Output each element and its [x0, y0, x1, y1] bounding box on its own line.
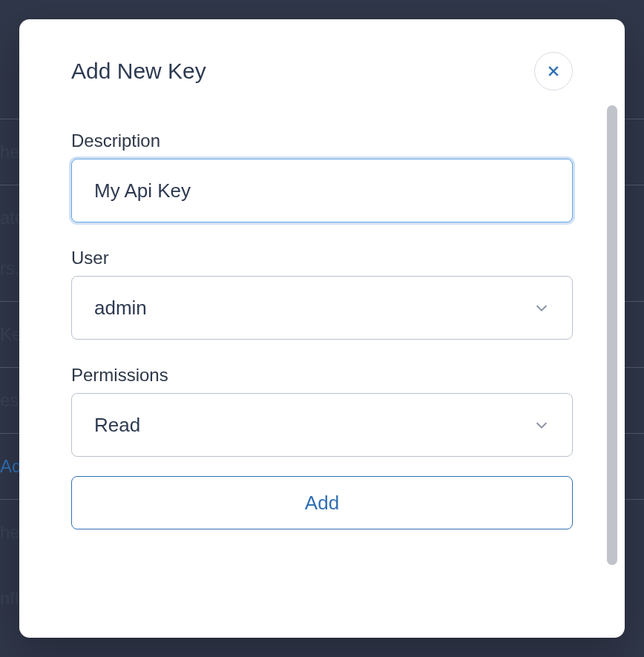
chevron-down-icon — [533, 300, 550, 316]
add-new-key-modal: Add New Key Description User admin Permi… — [19, 19, 625, 638]
permissions-group: Permissions Read — [71, 365, 573, 457]
user-label: User — [71, 248, 573, 268]
add-button[interactable]: Add — [71, 476, 573, 529]
close-icon — [546, 64, 561, 79]
description-label: Description — [71, 131, 573, 151]
description-group: Description — [71, 131, 573, 222]
description-input[interactable] — [71, 159, 573, 222]
scrollbar[interactable] — [607, 105, 617, 565]
close-button[interactable] — [534, 52, 573, 90]
permissions-selected-value: Read — [94, 414, 140, 437]
chevron-down-icon — [533, 417, 550, 433]
modal-body: Description User admin Permissions Read … — [19, 105, 625, 638]
permissions-select[interactable]: Read — [71, 393, 573, 457]
user-selected-value: admin — [94, 297, 147, 320]
modal-title: Add New Key — [71, 59, 206, 84]
permissions-label: Permissions — [71, 365, 573, 386]
user-group: User admin — [71, 248, 573, 340]
user-select[interactable]: admin — [71, 276, 573, 340]
modal-header: Add New Key — [19, 19, 625, 105]
